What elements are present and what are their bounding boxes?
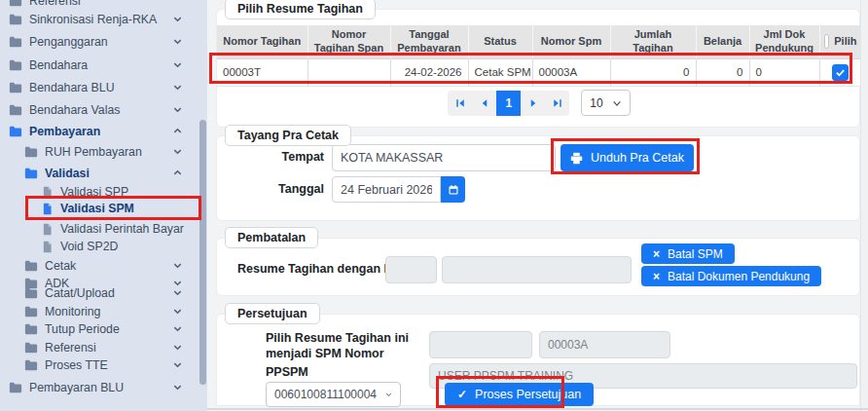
col-nomor-tagihan-span: Nomor Tagihan Span [307, 25, 390, 58]
sidebar: Referensi Sinkronisasi Renja-RKA Pengang… [0, 0, 207, 411]
file-icon [40, 185, 54, 199]
sidebar-item-penganggaran[interactable]: Penganggaran [0, 32, 199, 52]
sidebar-item-tutup-periode[interactable]: Tutup Periode [0, 319, 199, 339]
sidebar-scrollbar[interactable] [199, 120, 206, 385]
sidebar-item-sinkronisasi-renja-rka[interactable]: Sinkronisasi Renja-RKA [0, 10, 199, 29]
row-checkbox[interactable] [832, 64, 849, 81]
sidebar-item-ruh-pembayaran[interactable]: RUH Pembayaran [0, 142, 199, 162]
col-nomor-tagihan: Nomor Tagihan [217, 25, 307, 58]
spm-nomor-prefix-input [429, 331, 532, 358]
chevron-down-icon [172, 359, 183, 373]
batal-dokumen-pendukung-button[interactable]: × Batal Dokumen Pendukung [641, 266, 821, 286]
sidebar-item-monitoring[interactable]: Monitoring [0, 302, 199, 321]
calendar-icon [448, 184, 459, 196]
sidebar-item-proses-tte[interactable]: Proses TTE [0, 355, 199, 375]
chevron-down-icon [172, 104, 183, 118]
sidebar-item-bendahara[interactable]: Bendahara [0, 56, 199, 75]
last-page-button[interactable] [545, 91, 569, 116]
sidebar-item-bendahara-blu[interactable]: Bendahara BLU [0, 78, 199, 97]
folder-icon [9, 381, 22, 394]
sidebar-item-pembayaran-blu[interactable]: Pembayaran BLU [0, 378, 199, 397]
sidebar-item-label: Sinkronisasi Renja-RKA [29, 13, 157, 26]
page-scrollbar-track[interactable] [860, 0, 868, 411]
resume-tagihan-panel: Pilih Resume Tagihan Nomor Tagihan Nomor… [216, 9, 860, 128]
chevron-down-icon [172, 342, 183, 355]
sidebar-item-label: Validasi SPM [60, 202, 134, 215]
sidebar-item-label: Bendahara [29, 58, 88, 72]
pembatalan-panel: Pembatalan Resume Tagihan dengan No × Ba… [216, 238, 860, 296]
chevron-down-icon [172, 82, 183, 95]
proses-persetujuan-label: Proses Persetujuan [475, 388, 581, 401]
calendar-button[interactable] [441, 176, 465, 203]
batal-spm-button[interactable]: × Batal SPM [641, 243, 735, 264]
chevron-up-icon [172, 168, 183, 181]
col-jml-dok-pendukung: Jml Dok Pendukung [749, 25, 819, 58]
tempat-label: Tempat [266, 150, 324, 164]
unduh-pra-cetak-button[interactable]: Unduh Pra Cetak [561, 144, 694, 171]
panel-legend: Pembatalan [225, 227, 318, 248]
table-row[interactable]: 00003T 24-02-2026 Cetak SPM 00003A 0 0 0 [217, 58, 861, 86]
page-number-button[interactable]: 1 [496, 91, 521, 116]
chevron-down-icon [612, 98, 622, 108]
chevron-down-icon [172, 59, 183, 73]
sidebar-item-validasi[interactable]: Validasi [0, 164, 199, 183]
sidebar-item-label: Validasi [45, 167, 90, 180]
sidebar-item-validasi-spm[interactable]: Validasi SPM [0, 199, 199, 218]
proses-persetujuan-button[interactable]: ✓ Proses Persetujuan [445, 383, 594, 406]
sidebar-item-label: Pembayaran BLU [29, 381, 124, 394]
page-size-select[interactable]: 10 [581, 90, 630, 116]
col-pilih: Pilih [819, 25, 861, 58]
sidebar-item-label: Validasi SPP [60, 185, 128, 199]
spm-nomor-label: Pilih Resume Tagihan ini menjadi SPM Nom… [266, 330, 433, 362]
cell-tanggal-pembayaran: 24-02-2026 [390, 58, 468, 86]
printer-icon [570, 152, 583, 165]
resume-no-input [442, 256, 632, 283]
tempat-input[interactable] [332, 144, 556, 171]
sidebar-item-label: Validasi Perintah Bayar [60, 222, 184, 236]
pagination: 1 10 [217, 90, 861, 116]
sidebar-item-label: Cetak [45, 259, 76, 273]
chevron-down-icon [172, 287, 183, 301]
col-tanggal-pembayaran: Tanggal Pembayaran [390, 25, 468, 58]
sidebar-item-label: Tutup Periode [45, 322, 120, 336]
ppspm-code-select[interactable]: 0060100811100004 [266, 382, 401, 407]
sidebar-item-referensi[interactable]: Referensi [0, 338, 199, 357]
resume-no-prefix-input [385, 256, 437, 283]
sidebar-item-validasi-perintah-bayar[interactable]: Validasi Perintah Bayar [0, 219, 199, 239]
chevron-down-icon [172, 382, 183, 395]
validasi-spm-page: Referensi Sinkronisasi Renja-RKA Pengang… [0, 0, 868, 411]
prev-page-button[interactable] [472, 91, 496, 116]
folder-icon [24, 286, 38, 300]
ppspm-code-value: 0060100811100004 [274, 388, 377, 401]
folder-icon [9, 35, 22, 49]
next-page-button[interactable] [521, 91, 545, 116]
panel-legend: Tayang Pra Cetak [225, 125, 351, 146]
check-icon: ✓ [457, 389, 467, 400]
sidebar-item-label: Monitoring [45, 305, 100, 318]
cell-jml-dok-pendukung: 0 [749, 58, 819, 86]
spm-nomor-input [539, 331, 670, 358]
folder-icon [24, 167, 38, 180]
folder-icon [9, 13, 22, 26]
chevron-down-icon [172, 14, 183, 27]
panel-legend: Pilih Resume Tagihan [225, 0, 376, 19]
resume-table: Nomor Tagihan Nomor Tagihan Span Tanggal… [217, 25, 862, 87]
chevron-down-icon [172, 146, 183, 160]
bottom-divider [207, 408, 868, 410]
select-all-checkbox[interactable] [824, 34, 830, 49]
file-icon [40, 202, 54, 215]
folder-icon [24, 305, 38, 318]
sidebar-item-bendahara-valas[interactable]: Bendahara Valas [0, 100, 199, 120]
cell-status: Cetak SPM [468, 58, 532, 86]
folder-icon [9, 0, 22, 8]
file-icon [40, 222, 54, 236]
tanggal-input[interactable] [332, 176, 441, 203]
sidebar-item-void-sp2d[interactable]: Void SP2D [0, 237, 199, 256]
first-page-button[interactable] [448, 91, 472, 116]
sidebar-item-cetak[interactable]: Cetak [0, 256, 199, 276]
sidebar-item-catat-upload[interactable]: Catat/Upload [0, 283, 199, 303]
col-jumlah-tagihan: Jumlah Tagihan [610, 25, 696, 58]
folder-icon [9, 81, 22, 94]
cell-jumlah-tagihan: 0 [610, 58, 696, 86]
sidebar-item-pembayaran[interactable]: Pembayaran [0, 122, 199, 141]
